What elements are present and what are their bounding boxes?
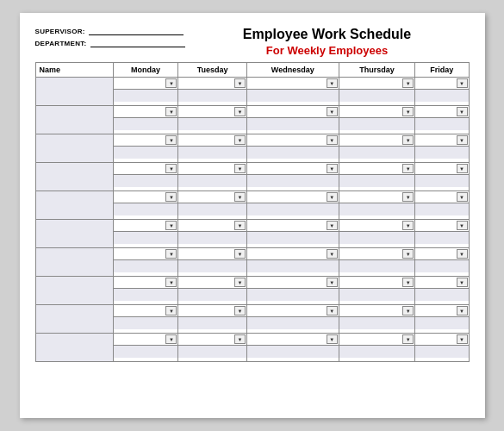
cell-monday: ▼	[113, 305, 178, 334]
dropdown-monday[interactable]: ▼	[165, 221, 177, 230]
dropdown-thursday[interactable]: ▼	[402, 164, 414, 173]
name-cell[interactable]	[35, 248, 113, 277]
dropdown-tuesday[interactable]: ▼	[234, 334, 246, 344]
cell-thursday: ▼	[339, 305, 415, 334]
dropdown-wednesday[interactable]: ▼	[327, 278, 338, 287]
dropdown-thursday[interactable]: ▼	[402, 278, 414, 287]
cell-thursday: ▼	[339, 220, 415, 248]
cell-wednesday: ▼	[246, 78, 339, 106]
dropdown-thursday[interactable]: ▼	[402, 135, 414, 145]
department-input[interactable]	[90, 39, 185, 47]
dropdown-friday[interactable]: ▼	[457, 107, 468, 116]
cell-thursday: ▼	[339, 106, 415, 134]
table-row: ▼▼▼▼▼	[35, 106, 469, 134]
cell-friday: ▼	[415, 191, 469, 220]
dropdown-monday[interactable]: ▼	[165, 278, 177, 287]
table-row: ▼▼▼▼▼	[35, 248, 469, 277]
cell-monday: ▼	[113, 191, 178, 220]
dropdown-thursday[interactable]: ▼	[402, 78, 414, 88]
cell-friday: ▼	[415, 78, 469, 106]
cell-wednesday: ▼	[246, 163, 339, 191]
dropdown-wednesday[interactable]: ▼	[327, 78, 338, 88]
table-row: ▼▼▼▼▼	[35, 305, 469, 334]
name-cell[interactable]	[35, 277, 113, 305]
dropdown-wednesday[interactable]: ▼	[327, 249, 338, 259]
supervisor-input[interactable]	[89, 27, 184, 35]
name-cell[interactable]	[35, 163, 113, 191]
dropdown-monday[interactable]: ▼	[165, 192, 177, 202]
dropdown-tuesday[interactable]: ▼	[234, 78, 246, 88]
dropdown-wednesday[interactable]: ▼	[327, 221, 338, 230]
col-wednesday: Wednesday	[246, 63, 339, 78]
cell-tuesday: ▼	[178, 220, 246, 248]
cell-tuesday: ▼	[178, 78, 246, 106]
dropdown-friday[interactable]: ▼	[457, 306, 468, 315]
cell-thursday: ▼	[339, 134, 415, 163]
col-name: Name	[35, 63, 113, 78]
dropdown-friday[interactable]: ▼	[457, 221, 468, 230]
cell-monday: ▼	[113, 220, 178, 248]
dropdown-tuesday[interactable]: ▼	[234, 107, 246, 116]
dropdown-thursday[interactable]: ▼	[402, 249, 414, 259]
cell-friday: ▼	[415, 277, 469, 305]
department-row: DEPARTMENT:	[35, 39, 185, 47]
cell-monday: ▼	[113, 106, 178, 134]
cell-wednesday: ▼	[246, 334, 339, 362]
cell-tuesday: ▼	[178, 191, 246, 220]
dropdown-thursday[interactable]: ▼	[402, 221, 414, 230]
dropdown-friday[interactable]: ▼	[457, 278, 468, 287]
dropdown-friday[interactable]: ▼	[457, 164, 468, 173]
dropdown-tuesday[interactable]: ▼	[234, 192, 246, 202]
cell-monday: ▼	[113, 277, 178, 305]
dropdown-thursday[interactable]: ▼	[402, 334, 414, 344]
dropdown-thursday[interactable]: ▼	[402, 192, 414, 202]
dropdown-friday[interactable]: ▼	[457, 334, 468, 344]
cell-tuesday: ▼	[178, 248, 246, 277]
department-label: DEPARTMENT:	[35, 40, 87, 47]
dropdown-wednesday[interactable]: ▼	[327, 164, 338, 173]
dropdown-friday[interactable]: ▼	[457, 249, 468, 259]
dropdown-wednesday[interactable]: ▼	[327, 135, 338, 145]
supervisor-row: SUPERVISOR:	[35, 27, 185, 35]
name-cell[interactable]	[35, 191, 113, 220]
dropdown-tuesday[interactable]: ▼	[234, 249, 246, 259]
dropdown-friday[interactable]: ▼	[457, 78, 468, 88]
dropdown-tuesday[interactable]: ▼	[234, 164, 246, 173]
title-block: Employee Work Schedule For Weekly Employ…	[185, 27, 470, 57]
cell-wednesday: ▼	[246, 277, 339, 305]
cell-thursday: ▼	[339, 163, 415, 191]
dropdown-tuesday[interactable]: ▼	[234, 306, 246, 315]
dropdown-wednesday[interactable]: ▼	[327, 107, 338, 116]
dropdown-tuesday[interactable]: ▼	[234, 278, 246, 287]
cell-monday: ▼	[113, 134, 178, 163]
cell-wednesday: ▼	[246, 248, 339, 277]
dropdown-monday[interactable]: ▼	[165, 249, 177, 259]
name-cell[interactable]	[35, 220, 113, 248]
name-cell[interactable]	[35, 134, 113, 163]
name-cell[interactable]	[35, 106, 113, 134]
dropdown-friday[interactable]: ▼	[457, 192, 468, 202]
name-cell[interactable]	[35, 305, 113, 334]
dropdown-wednesday[interactable]: ▼	[327, 192, 338, 202]
cell-wednesday: ▼	[246, 106, 339, 134]
dropdown-tuesday[interactable]: ▼	[234, 221, 246, 230]
dropdown-wednesday[interactable]: ▼	[327, 306, 338, 315]
dropdown-monday[interactable]: ▼	[165, 334, 177, 344]
table-header-row: Name Monday Tuesday Wednesday Thursday F…	[35, 63, 469, 78]
dropdown-monday[interactable]: ▼	[165, 78, 177, 88]
dropdown-thursday[interactable]: ▼	[402, 107, 414, 116]
dropdown-thursday[interactable]: ▼	[402, 306, 414, 315]
col-thursday: Thursday	[339, 63, 415, 78]
dropdown-tuesday[interactable]: ▼	[234, 135, 246, 145]
dropdown-wednesday[interactable]: ▼	[327, 334, 338, 344]
name-cell[interactable]	[35, 78, 113, 106]
dropdown-monday[interactable]: ▼	[165, 107, 177, 116]
cell-friday: ▼	[415, 220, 469, 248]
cell-thursday: ▼	[339, 191, 415, 220]
dropdown-monday[interactable]: ▼	[165, 164, 177, 173]
dropdown-monday[interactable]: ▼	[165, 135, 177, 145]
supervisor-label: SUPERVISOR:	[35, 28, 85, 35]
dropdown-monday[interactable]: ▼	[165, 306, 177, 315]
dropdown-friday[interactable]: ▼	[457, 135, 468, 145]
name-cell[interactable]	[35, 334, 113, 362]
